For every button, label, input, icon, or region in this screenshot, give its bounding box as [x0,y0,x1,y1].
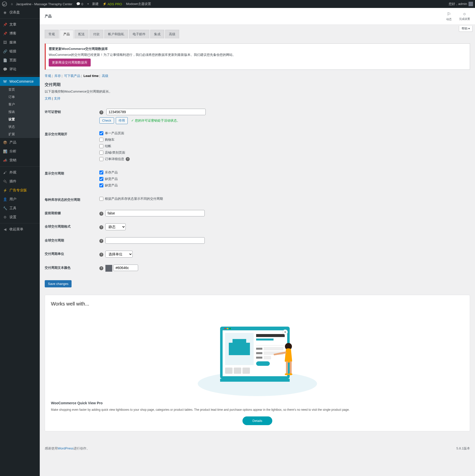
deactivate-button[interactable]: 停用 [116,117,128,124]
help-tip-icon[interactable]: ? [99,225,103,229]
notice-body: WooCommerce的交付周期已经更新！为了让事情顺利进行，我们必须将您的数据… [49,53,467,57]
woo-home[interactable]: 首页 [0,86,40,93]
help-tip-icon[interactable]: ? [99,253,103,257]
menu-woocommerce[interactable]: WWooCommerce [0,77,40,86]
subnav-advanced[interactable]: 高级 [102,74,108,78]
section-title: 交付周期 [45,82,470,87]
menu-blog[interactable]: 📌博客 [0,29,40,38]
woo-extensions[interactable]: 扩展 [0,131,40,138]
wordpress-icon [2,1,7,6]
details-button[interactable]: Details [242,416,272,425]
chk-shop[interactable] [99,151,103,155]
greeting[interactable]: 您好，admin [447,0,475,8]
comments-link[interactable]: 💬0 [74,0,85,8]
comments-count: 0 [81,2,83,6]
color-input[interactable] [113,265,138,271]
menu-users[interactable]: 👤用户 [0,195,40,204]
check-button[interactable]: Check [99,117,114,124]
help-tip-icon[interactable]: ? [99,110,103,114]
tab-advanced[interactable]: 高级 [165,30,179,38]
tab-shipping[interactable]: 配送 [75,30,88,38]
subnav-inventory[interactable]: 库存 [54,74,61,78]
woo-reports[interactable]: 报表 [0,108,40,116]
chk-checkout[interactable] [99,144,103,148]
chk-backorder[interactable] [99,183,103,187]
menu-posts[interactable]: 📌文章 [0,20,40,29]
help-tab[interactable]: 帮助 ▾ [459,26,473,32]
menu-products[interactable]: 📦产品 [0,138,40,147]
activity-button[interactable]: ⚐动态 [446,11,452,21]
chk-order-details[interactable] [99,157,103,161]
subnav-leadtime[interactable]: Lead time [83,74,99,78]
prefix-input[interactable] [105,210,205,216]
svg-rect-10 [256,345,285,345]
menu-tools[interactable]: 🔧工具 [0,204,40,213]
tab-integration[interactable]: 集成 [150,30,164,38]
menu-settings[interactable]: ⚙设置 [0,213,40,222]
megaphone-icon: 📣 [2,158,7,163]
comment-icon: 💬 [76,2,80,6]
help-tip-icon[interactable]: ? [126,157,130,161]
site-link[interactable]: ⌂Jacqueline - Massage Theraphy Center [9,0,74,8]
tab-accounts[interactable]: 帐户和隐私 [104,30,128,38]
tab-payments[interactable]: 付款 [89,30,103,38]
subnav-general[interactable]: 常规 [45,74,51,78]
unit-select[interactable]: 选择单位 [105,251,133,258]
update-db-button[interactable]: 更新商业交付周期数据库 [49,59,91,67]
menu-marketing[interactable]: 📣营销 [0,156,40,165]
woo-orders[interactable]: 订单 [0,93,40,101]
tab-general[interactable]: 常规 [45,30,59,38]
svg-point-27 [288,373,292,375]
global-lt-input[interactable] [105,237,205,244]
svg-rect-11 [256,348,262,350]
svg-point-5 [227,328,228,329]
menu-media[interactable]: 🖾媒体 [0,38,40,47]
menu-dashboard[interactable]: ◉仪表盘 [0,8,40,17]
svg-point-6 [229,328,231,329]
woo-status[interactable]: 状态 [0,123,40,131]
chk-instock[interactable] [99,170,103,174]
svg-rect-25 [290,361,292,374]
menu-collapse[interactable]: ◀收起菜单 [0,225,40,234]
woo-customers[interactable]: 客户 [0,101,40,108]
subnav-downloadable[interactable]: 可下载产品 [64,74,80,78]
menu-pages[interactable]: 📄页面 [0,56,40,65]
help-tip-icon[interactable]: ? [99,239,103,243]
menu-comments[interactable]: 💬评论 [0,65,40,74]
chk-per-stock[interactable] [99,197,103,201]
chk-single-product[interactable] [99,131,103,135]
support-link[interactable]: 支持 [54,97,60,100]
page-icon: 📄 [2,58,7,63]
menu-appearance[interactable]: 🖌外观 [0,168,40,177]
db-update-notice: 需要更新WooCommerce交付周期数据库 WooCommerce的交付周期已… [45,43,470,70]
help-tip-icon[interactable]: ? [99,266,103,270]
pin-icon: 📌 [2,31,7,36]
wordpress-link[interactable]: WordPress [58,446,74,450]
menu-analytics[interactable]: 📊分析 [0,147,40,156]
circle-icon: ○ [459,11,470,17]
tab-products[interactable]: 产品 [60,30,74,39]
settings-icon: ⚙ [2,215,7,220]
format-select[interactable]: 静态 [105,223,126,230]
new-content-link[interactable]: +新建 [85,0,101,8]
menu-plugins[interactable]: 🔌插件 [0,177,40,186]
modown-link[interactable]: Modown主题设置 [124,0,153,8]
global-lt-label: 全球交付周期 [45,234,99,247]
wp-logo[interactable] [0,0,9,8]
woo-settings[interactable]: 设置 [0,116,40,123]
menu-ads-pro[interactable]: ⚡广告专业版 [0,186,40,195]
menu-links[interactable]: 🔗链接 [0,47,40,56]
display-lt-label: 显示交付周期 [45,167,99,193]
tab-emails[interactable]: 电子邮件 [129,30,149,38]
display-on-label: 显示交付周期开 [45,128,99,167]
chk-outstock[interactable] [99,177,103,181]
save-button[interactable]: Save changes [45,280,72,287]
finish-setup-button[interactable]: ○完成设置 [459,11,470,21]
ads-pro-link[interactable]: ⚡ADS PRO [101,0,124,8]
chk-cart[interactable] [99,138,103,142]
help-tip-icon[interactable]: ? [99,212,103,216]
color-swatch[interactable] [105,265,112,272]
woo-icon: W [2,79,7,84]
license-input[interactable] [106,109,206,115]
docs-link[interactable]: 文档 [45,97,51,100]
